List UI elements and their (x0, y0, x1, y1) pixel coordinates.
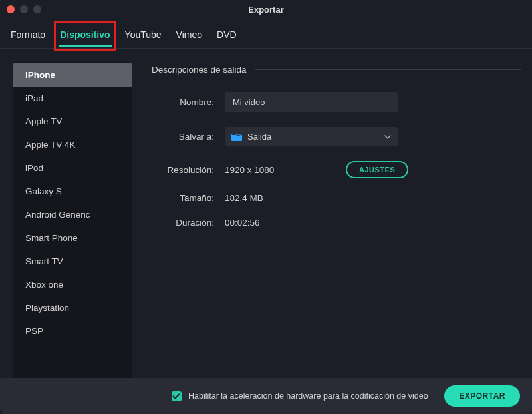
resolution-value: 1920 x 1080 (225, 165, 344, 175)
section-title: Descripciones de salida (152, 65, 247, 75)
footer-bar: Habilitar la aceleración de hardware par… (0, 378, 532, 414)
size-value: 182.4 MB (225, 193, 344, 203)
sidebar-item-psp[interactable]: PSP (13, 319, 132, 343)
minimize-window-icon[interactable] (20, 5, 28, 13)
sidebar-item-ipad[interactable]: iPad (13, 87, 132, 110)
maximize-window-icon[interactable] (33, 5, 41, 13)
hw-accel-label: Habilitar la aceleración de hardware par… (188, 391, 428, 401)
sidebar-item-playstation[interactable]: Playstation (13, 296, 132, 319)
label-name: Nombre: (152, 97, 214, 107)
row-resolution: Resolución: 1920 x 1080 AJUSTES (152, 161, 521, 178)
settings-button[interactable]: AJUSTES (346, 161, 408, 178)
main-area: iPhone iPad Apple TV Apple TV 4K iPod Ga… (0, 49, 532, 385)
section-divider (255, 69, 521, 70)
chevron-down-icon (384, 135, 391, 139)
checkbox-checked-icon[interactable] (172, 391, 182, 401)
row-save-to: Salvar a: Salida (152, 127, 521, 146)
folder-icon (231, 132, 242, 141)
tab-youtube[interactable]: YouTube (124, 25, 163, 47)
titlebar: Exportar (0, 0, 532, 19)
device-sidebar: iPhone iPad Apple TV Apple TV 4K iPod Ga… (13, 62, 132, 385)
duration-value: 00:02:56 (225, 218, 344, 228)
sidebar-item-smart-phone[interactable]: Smart Phone (13, 226, 132, 250)
row-size: Tamaño: 182.4 MB (152, 193, 521, 203)
tab-vimeo[interactable]: Vimeo (175, 25, 203, 47)
sidebar-item-ipod[interactable]: iPod (13, 156, 132, 180)
export-tabs: Formato Dispositivo YouTube Vimeo DVD (0, 19, 532, 49)
label-resolution: Resolución: (152, 165, 214, 175)
sidebar-item-xbox-one[interactable]: Xbox one (13, 273, 132, 296)
section-header: Descripciones de salida (152, 65, 521, 75)
sidebar-item-galaxy-s[interactable]: Galaxy S (13, 180, 132, 203)
row-duration: Duración: 00:02:56 (152, 218, 521, 228)
save-to-value: Salida (247, 132, 391, 142)
sidebar-item-android-generic[interactable]: Android Generic (13, 203, 132, 226)
hw-accel-toggle[interactable]: Habilitar la aceleración de hardware par… (172, 391, 428, 401)
close-window-icon[interactable] (7, 5, 15, 13)
label-save-to: Salvar a: (152, 132, 214, 142)
sidebar-item-apple-tv[interactable]: Apple TV (13, 110, 132, 133)
name-input[interactable] (225, 92, 398, 112)
row-name: Nombre: (152, 92, 521, 112)
tab-dvd[interactable]: DVD (215, 25, 238, 47)
sidebar-item-smart-tv[interactable]: Smart TV (13, 250, 132, 273)
save-to-select[interactable]: Salida (225, 127, 398, 146)
sidebar-item-iphone[interactable]: iPhone (13, 63, 132, 87)
sidebar-item-apple-tv-4k[interactable]: Apple TV 4K (13, 133, 132, 156)
window-traffic-lights (7, 5, 41, 13)
label-duration: Duración: (152, 218, 214, 228)
tab-dispositivo[interactable]: Dispositivo (59, 25, 111, 47)
label-size: Tamaño: (152, 193, 214, 203)
output-panel: Descripciones de salida Nombre: Salvar a… (152, 62, 521, 385)
tab-formato[interactable]: Formato (9, 25, 47, 47)
window-title: Exportar (0, 5, 532, 15)
export-button[interactable]: EXPORTAR (444, 385, 520, 407)
